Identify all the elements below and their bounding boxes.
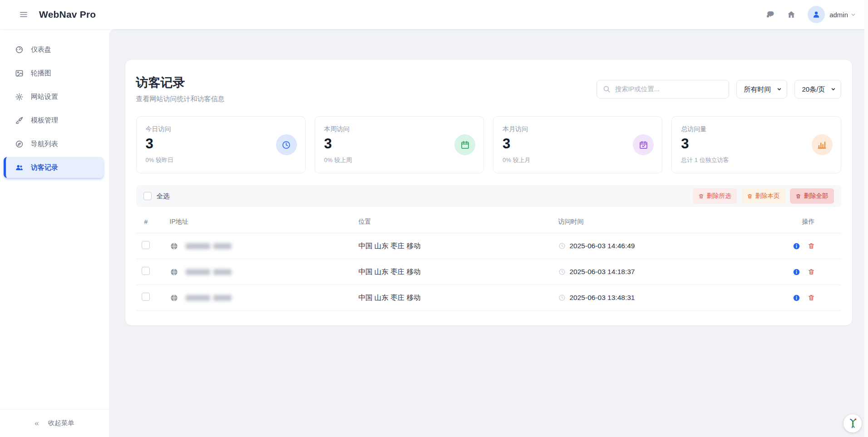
stat-card: 总访问量 3 总计 1 位独立访客	[671, 116, 841, 173]
stat-label: 今日访问	[146, 125, 296, 133]
sidebar-item-label: 访客记录	[31, 163, 58, 172]
sidebar-item-label: 仪表盘	[31, 45, 51, 54]
calendar-icon	[460, 140, 470, 150]
hamburger-icon[interactable]	[19, 10, 28, 19]
stat-card: 本月访问 3 0% 较上月	[493, 116, 662, 173]
chevron-down-icon[interactable]	[850, 12, 856, 18]
stat-sub: 0% 较昨日	[146, 156, 296, 164]
user-icon	[812, 10, 821, 19]
stat-value: 3	[146, 136, 296, 152]
select-all-label: 全选	[157, 192, 170, 201]
clock-icon	[281, 140, 291, 150]
globe-icon	[170, 294, 178, 302]
sidebar-item[interactable]: 模板管理	[4, 110, 104, 131]
sidebar-item[interactable]: 轮播图	[4, 63, 104, 83]
row-checkbox[interactable]	[142, 267, 150, 275]
dashboard-icon	[15, 45, 24, 54]
bar-chart-icon	[817, 140, 827, 150]
row-location: 中国 山东 枣庄 移动	[359, 293, 558, 303]
chat-icon[interactable]	[766, 10, 775, 19]
stat-value: 3	[324, 136, 474, 152]
row-checkbox[interactable]	[142, 293, 150, 301]
clock-icon	[558, 268, 566, 275]
table-row: 中国 山东 枣庄 移动 2025-06-03 14:46:49	[136, 233, 841, 259]
stat-label: 总访问量	[681, 125, 831, 133]
header-ip: IP地址	[163, 218, 359, 226]
search-box	[597, 80, 729, 98]
sidebar: 仪表盘 轮播图 网站设置 模板管理 导航列表	[0, 29, 109, 437]
search-input[interactable]	[597, 80, 729, 98]
selection-bar: 全选 删除所选 删除本页 删除全部	[136, 185, 841, 207]
trash-icon	[698, 193, 704, 199]
row-time: 2025-06-03 13:48:31	[570, 294, 635, 302]
collapse-menu-label: 收起菜单	[48, 419, 74, 427]
stat-value: 3	[503, 136, 653, 152]
sidebar-item[interactable]: 网站设置	[4, 86, 104, 107]
stats-row: 今日访问 3 0% 较昨日 本周访问 3 0% 较上周	[136, 116, 841, 173]
info-icon[interactable]	[793, 242, 800, 250]
clock-icon	[558, 242, 566, 250]
header-actions: 操作	[802, 218, 841, 226]
visitor-table: # IP地址 位置 访问时间 操作	[136, 211, 841, 311]
delete-button[interactable]: 删除全部	[790, 188, 834, 204]
site-badge-logo[interactable]	[843, 414, 862, 432]
page-subtitle: 查看网站访问统计和访客信息	[136, 95, 225, 103]
sidebar-item-label: 模板管理	[31, 116, 58, 125]
delete-button[interactable]: 删除所选	[693, 188, 737, 204]
stat-icon-badge	[812, 134, 833, 155]
sidebar-item-label: 网站设置	[31, 93, 58, 101]
home-icon[interactable]	[787, 10, 796, 19]
sidebar-item[interactable]: 访客记录	[4, 157, 104, 178]
stat-sub: 总计 1 位独立访客	[681, 156, 831, 164]
table-header: # IP地址 位置 访问时间 操作	[136, 211, 841, 233]
stat-sub: 0% 较上周	[324, 156, 474, 164]
navbar-right: admin	[766, 6, 856, 23]
stat-card: 今日访问 3 0% 较昨日	[136, 116, 306, 173]
settings-icon	[15, 93, 24, 101]
brand-title: WebNav Pro	[39, 9, 96, 20]
carousel-icon	[15, 69, 24, 78]
filters: 所有时间 20条/页	[597, 80, 841, 98]
stat-sub: 0% 较上月	[503, 156, 653, 164]
time-range-select[interactable]: 所有时间	[736, 80, 787, 98]
sidebar-item-label: 轮播图	[31, 69, 51, 78]
brush-icon	[15, 116, 24, 125]
redacted-ip	[186, 295, 232, 301]
scrollbar-track[interactable]	[864, 0, 868, 437]
title-block: 访客记录 查看网站访问统计和访客信息	[136, 74, 225, 103]
globe-icon	[170, 268, 178, 276]
visitors-icon	[15, 163, 24, 172]
sidebar-menu: 仪表盘 轮播图 网站设置 模板管理 导航列表	[0, 29, 109, 178]
calendar-check-icon	[639, 140, 648, 150]
stat-card: 本周访问 3 0% 较上周	[315, 116, 484, 173]
stat-value: 3	[681, 136, 831, 152]
trash-icon[interactable]	[808, 294, 815, 301]
select-all-checkbox[interactable]	[143, 192, 152, 200]
globe-icon	[170, 242, 178, 250]
trash-icon[interactable]	[808, 268, 815, 275]
sidebar-item[interactable]: 导航列表	[4, 133, 104, 154]
info-icon[interactable]	[793, 294, 800, 302]
row-checkbox[interactable]	[142, 241, 150, 249]
page-size-select[interactable]: 20条/页	[794, 80, 841, 98]
table-row: 中国 山东 枣庄 移动 2025-06-03 14:18:37	[136, 259, 841, 285]
time-range-select-wrap: 所有时间	[736, 80, 787, 98]
sidebar-item[interactable]: 仪表盘	[4, 39, 104, 60]
stat-icon-badge	[276, 134, 297, 155]
header-time: 访问时间	[558, 218, 791, 226]
sidebar-item-label: 导航列表	[31, 140, 58, 148]
delete-button[interactable]: 删除本页	[741, 188, 785, 204]
row-location: 中国 山东 枣庄 移动	[359, 267, 558, 277]
row-location: 中国 山东 枣庄 移动	[359, 241, 558, 251]
main-content: 访客记录 查看网站访问统计和访客信息 所有时间 20条/页	[109, 29, 868, 437]
info-icon[interactable]	[793, 268, 800, 276]
header-index: #	[136, 218, 163, 226]
avatar[interactable]	[808, 6, 825, 23]
username[interactable]: admin	[829, 11, 848, 19]
stat-icon-badge	[454, 134, 475, 155]
visitor-records-card: 访客记录 查看网站访问统计和访客信息 所有时间 20条/页	[125, 60, 852, 325]
header-location: 位置	[359, 218, 558, 226]
trash-icon[interactable]	[808, 242, 815, 250]
redacted-ip	[186, 243, 232, 249]
collapse-menu-button[interactable]: « 收起菜单	[0, 409, 109, 437]
